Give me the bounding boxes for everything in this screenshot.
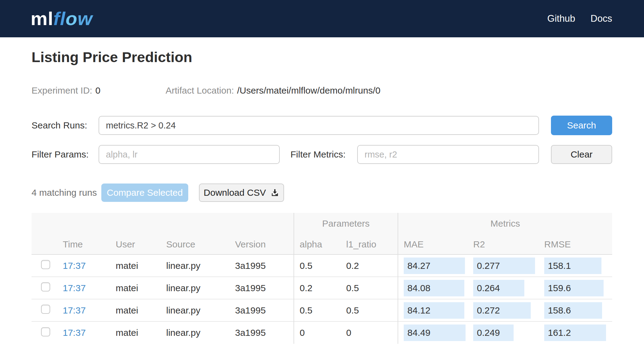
- logo-ml-text: ml: [31, 8, 53, 29]
- run-time-link[interactable]: 17:37: [63, 261, 86, 271]
- mlflow-logo[interactable]: mlflow: [31, 9, 92, 28]
- run-mae: 84.27: [404, 258, 465, 274]
- filter-metrics-input[interactable]: [357, 145, 539, 164]
- run-l1-ratio: 0.5: [341, 299, 398, 321]
- run-rmse: 161.2: [544, 325, 606, 341]
- col-header-time: Time: [55, 234, 110, 254]
- run-mae: 84.12: [404, 302, 464, 319]
- artifact-location-label: Artifact Location:: [166, 85, 234, 96]
- search-runs-row: Search Runs: Search: [32, 116, 612, 135]
- run-checkbox[interactable]: [41, 327, 50, 336]
- compare-selected-button[interactable]: Compare Selected: [101, 184, 188, 202]
- run-version: 3a1995: [230, 321, 294, 344]
- table-row: 17:37 matei linear.py 3a1995 0.5 0.2 84.…: [32, 254, 612, 277]
- top-navbar: mlflow Github Docs: [0, 0, 644, 37]
- search-runs-input[interactable]: [99, 116, 539, 135]
- nav-link-docs[interactable]: Docs: [590, 13, 612, 24]
- runs-table-header: Parameters Metrics Time User Source Vers…: [32, 213, 612, 254]
- run-user: matei: [110, 299, 161, 321]
- group-header-spacer: [32, 213, 294, 234]
- run-r2: 0.272: [473, 302, 531, 319]
- run-l1-ratio: 0.5: [341, 277, 398, 299]
- experiment-id-value: 0: [95, 85, 100, 96]
- run-mae: 84.49: [404, 325, 466, 341]
- run-l1-ratio: 0: [341, 321, 398, 344]
- experiment-id-label: Experiment ID:: [32, 85, 92, 96]
- run-alpha: 0.5: [294, 299, 341, 321]
- run-rmse: 159.6: [544, 280, 604, 296]
- run-source: linear.py: [161, 254, 230, 277]
- col-header-mae: MAE: [398, 234, 468, 254]
- experiment-id-block: Experiment ID: 0: [32, 85, 166, 96]
- filter-metrics-label: Filter Metrics:: [290, 149, 357, 160]
- run-user: matei: [110, 321, 161, 344]
- run-checkbox[interactable]: [41, 282, 50, 291]
- run-r2: 0.249: [473, 325, 514, 341]
- experiment-info-row: Experiment ID: 0 Artifact Location: /Use…: [32, 85, 612, 96]
- run-source: linear.py: [161, 321, 230, 344]
- run-time-link[interactable]: 17:37: [63, 328, 86, 338]
- run-rmse: 158.1: [544, 258, 601, 274]
- page-content: Listing Price Prediction Experiment ID: …: [0, 49, 644, 344]
- run-r2: 0.264: [473, 280, 524, 296]
- download-csv-label: Download CSV: [204, 187, 266, 198]
- search-button[interactable]: Search: [551, 116, 612, 135]
- col-header-l1-ratio: l1_ratio: [341, 234, 398, 254]
- col-header-alpha: alpha: [294, 234, 341, 254]
- table-row: 17:37 matei linear.py 3a1995 0.2 0.5 84.…: [32, 277, 612, 299]
- col-header-user: User: [110, 234, 161, 254]
- run-user: matei: [110, 277, 161, 299]
- col-header-version: Version: [230, 234, 294, 254]
- run-l1-ratio: 0.2: [341, 254, 398, 277]
- actions-row: 4 matching runs Compare Selected Downloa…: [32, 184, 612, 202]
- run-version: 3a1995: [230, 254, 294, 277]
- filter-row: Filter Params: Filter Metrics: Clear: [32, 145, 612, 164]
- filter-params-label: Filter Params:: [32, 149, 99, 160]
- run-checkbox[interactable]: [41, 305, 50, 314]
- run-alpha: 0.2: [294, 277, 341, 299]
- search-runs-label: Search Runs:: [32, 120, 99, 131]
- run-r2: 0.277: [473, 258, 535, 274]
- download-csv-button[interactable]: Download CSV: [199, 184, 284, 202]
- col-header-checkbox: [32, 234, 55, 254]
- run-rmse: 158.6: [544, 302, 602, 319]
- col-header-r2: R2: [468, 234, 539, 254]
- group-header-parameters: Parameters: [294, 213, 398, 234]
- artifact-location-block: Artifact Location: /Users/matei/mlflow/d…: [166, 85, 380, 96]
- download-icon: [270, 188, 279, 197]
- logo-flow-text: flow: [53, 8, 92, 29]
- run-version: 3a1995: [230, 299, 294, 321]
- run-version: 3a1995: [230, 277, 294, 299]
- run-alpha: 0: [294, 321, 341, 344]
- run-time-link[interactable]: 17:37: [63, 305, 86, 315]
- matching-runs-count: 4 matching runs: [32, 187, 101, 198]
- run-source: linear.py: [161, 277, 230, 299]
- table-row: 17:37 matei linear.py 3a1995 0.5 0.5 84.…: [32, 299, 612, 321]
- run-mae: 84.08: [404, 280, 464, 296]
- clear-button[interactable]: Clear: [551, 145, 612, 164]
- col-header-rmse: RMSE: [539, 234, 612, 254]
- artifact-location-value: /Users/matei/mlflow/demo/mlruns/0: [237, 85, 380, 96]
- table-row: 17:37 matei linear.py 3a1995 0 0 84.49 0…: [32, 321, 612, 344]
- page-title: Listing Price Prediction: [32, 49, 612, 65]
- filter-params-input[interactable]: [99, 145, 280, 164]
- run-time-link[interactable]: 17:37: [63, 283, 86, 293]
- run-alpha: 0.5: [294, 254, 341, 277]
- nav-link-github[interactable]: Github: [547, 13, 575, 24]
- run-checkbox[interactable]: [41, 260, 50, 269]
- run-source: linear.py: [161, 299, 230, 321]
- col-header-source: Source: [161, 234, 230, 254]
- group-header-metrics: Metrics: [398, 213, 612, 234]
- run-user: matei: [110, 254, 161, 277]
- navbar-links: Github Docs: [547, 13, 612, 24]
- runs-table: Parameters Metrics Time User Source Vers…: [32, 213, 612, 344]
